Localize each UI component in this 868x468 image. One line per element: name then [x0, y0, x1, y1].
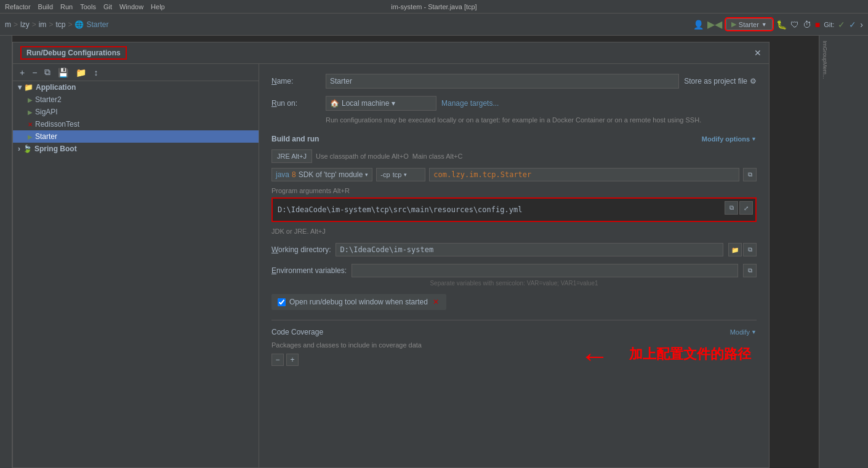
menu-run[interactable]: Run	[60, 3, 73, 10]
working-dir-folder-button[interactable]: 📁	[728, 243, 742, 256]
name-input[interactable]	[326, 74, 679, 89]
tree-folder-button[interactable]: 📁	[74, 67, 88, 78]
item-label: RedissonTest	[35, 120, 79, 129]
tree-item-sigapi[interactable]: ▶ SigAPI	[13, 106, 259, 118]
menu-help[interactable]: Help	[151, 3, 165, 10]
breadcrumb-sep4: >	[68, 20, 72, 29]
menu-tools[interactable]: Tools	[80, 3, 96, 10]
env-vars-input[interactable]	[352, 264, 738, 277]
run-back-icon[interactable]: ▶◀	[707, 18, 722, 30]
modify-coverage-link[interactable]: Modify ▼	[730, 328, 757, 336]
coverage-add-button[interactable]: +	[286, 354, 299, 366]
working-dir-copy-button[interactable]: ⧉	[743, 243, 757, 256]
run-on-dropdown[interactable]: 🏠 Local machine ▾	[326, 96, 436, 111]
tree-item-starter2[interactable]: ▶ Starter2	[13, 93, 259, 106]
prog-args-label: Program arguments Alt+R	[271, 187, 350, 194]
tree-group-springboot[interactable]: › 🍃 Spring Boot	[13, 143, 259, 155]
stop-icon[interactable]: ■	[815, 20, 820, 30]
git-more-icon[interactable]: ›	[860, 20, 863, 30]
menu-window[interactable]: Window	[119, 3, 143, 10]
expand-icon: ▾	[18, 83, 22, 92]
local-machine-label: Local machine	[342, 99, 389, 108]
git-push-icon[interactable]: ✓	[849, 20, 856, 30]
env-vars-label: Environment variables:	[271, 266, 347, 275]
dialog-body: + − ⧉ 💾 📁 ↕ ▾ 📁 Application ▶	[13, 64, 769, 467]
open-tool-window-row[interactable]: Open run/debug tool window when started …	[271, 294, 446, 310]
breadcrumb-starter: Starter	[86, 20, 108, 29]
run-on-row: Run on: 🏠 Local machine ▾ Manage targets…	[271, 96, 757, 111]
use-classpath-label: Use classpath of module Alt+O	[316, 153, 409, 160]
settings-icon[interactable]: ⚙	[750, 77, 757, 85]
tree-item-redissontest[interactable]: ✕ RedissonTest	[13, 118, 259, 130]
menu-refactor[interactable]: Refactor	[5, 3, 31, 10]
breadcrumb: m > lzy > im > tcp > 🌐 Starter	[5, 20, 108, 29]
env-vars-copy-button[interactable]: ⧉	[743, 264, 757, 277]
git-check-icon[interactable]: ✓	[838, 20, 845, 30]
profile-icon[interactable]: ⏱	[803, 20, 811, 30]
manage-targets-link[interactable]: Manage targets...	[441, 99, 499, 108]
build-run-label: Build and run	[271, 135, 319, 143]
main-class-copy-button[interactable]: ⧉	[743, 168, 757, 181]
working-dir-actions: 📁 ⧉	[728, 243, 757, 256]
prog-args-input[interactable]	[273, 199, 755, 221]
sdk-rest-label: SDK of 'tcp' module	[299, 170, 363, 179]
jre-classpath-row: JRE Alt+J Use classpath of module Alt+O …	[271, 149, 757, 163]
modify-options-label: Modify options	[702, 135, 750, 143]
folder-icon: 📁	[24, 83, 33, 92]
user-icon[interactable]: 👤	[693, 20, 704, 30]
open-tool-window-checkbox[interactable]	[278, 298, 286, 306]
run-config-button[interactable]: ▶ Starter ▼	[726, 18, 773, 30]
coverage-icon[interactable]: 🛡	[790, 20, 799, 30]
toolbar: m > lzy > im > tcp > 🌐 Starter 👤 ▶◀ ▶ St…	[0, 14, 868, 36]
sdk-dropdown[interactable]: java 8 SDK of 'tcp' module ▾	[271, 168, 372, 181]
prog-args-expand-button[interactable]: ⤢	[739, 201, 753, 215]
right-panel-content: ImGroupMem...	[819, 36, 830, 84]
env-description: Separate variables with semicolon: VAR=v…	[271, 280, 757, 287]
tree-sort-button[interactable]: ↕	[92, 67, 100, 78]
config-detail: Name: Store as project file ⚙ Run on: 🏠 …	[259, 64, 769, 467]
tree-add-button[interactable]: +	[18, 67, 26, 78]
java-label: java	[276, 170, 289, 179]
dialog-close-button[interactable]: ✕	[754, 48, 762, 58]
dialog-title: Run/Debug Configurations	[20, 46, 127, 60]
main-class-input[interactable]	[429, 168, 739, 181]
item-label: Starter2	[35, 95, 62, 104]
sdk-version: 8	[292, 170, 296, 179]
right-panel: ImGroupMem...	[819, 36, 868, 468]
main-class-right-label: Main class Alt+C	[412, 153, 463, 160]
code-coverage-section: Code Coverage Modify ▼ Packages and clas…	[271, 328, 757, 366]
app-icon-starter: ▶	[28, 133, 33, 140]
store-label: Store as project file	[684, 77, 747, 85]
cp-flag-label: -cp	[380, 171, 390, 178]
open-tool-window-remove-button[interactable]: ✕	[432, 298, 440, 306]
tree-copy-button[interactable]: ⧉	[42, 66, 52, 78]
modify-options-link[interactable]: Modify options ▼	[702, 135, 757, 143]
coverage-remove-button[interactable]: −	[271, 354, 284, 366]
code-coverage-label: Code Coverage	[271, 328, 323, 336]
menu-git[interactable]: Git	[103, 3, 112, 10]
prog-args-copy-button[interactable]: ⧉	[725, 201, 738, 215]
menu-build[interactable]: Build	[38, 3, 53, 10]
debug-icon[interactable]: 🐛	[776, 20, 787, 30]
modify-dropdown-icon: ▼	[751, 136, 757, 142]
coverage-title-row: Code Coverage Modify ▼	[271, 328, 757, 336]
breadcrumb-lzy: lzy	[20, 20, 30, 29]
window-title: im-system - Starter.java [tcp]	[391, 3, 476, 10]
jdk-label-row: JDK or JRE. Alt+J	[271, 227, 757, 236]
breadcrumb-sep1: >	[14, 20, 18, 29]
tree-item-starter[interactable]: ▶ Starter	[13, 130, 259, 143]
item-label: SigAPI	[35, 108, 58, 116]
dropdown-chevron: ▾	[392, 99, 395, 108]
open-tool-window-label: Open run/debug tool window when started	[289, 298, 428, 306]
dropdown-icon: ▼	[762, 22, 767, 28]
tree-save-button[interactable]: 💾	[56, 67, 70, 78]
working-dir-input[interactable]	[336, 243, 723, 256]
breadcrumb-m: m	[5, 20, 11, 29]
breadcrumb-sep3: >	[49, 20, 53, 29]
home-icon: 🏠	[330, 99, 339, 108]
classpath-dropdown[interactable]: -cp tcp ▾	[376, 168, 425, 181]
tree-remove-button[interactable]: −	[30, 67, 39, 78]
sdk-row: java 8 SDK of 'tcp' module ▾ -cp tcp ▾	[271, 168, 757, 181]
tree-group-application[interactable]: ▾ 📁 Application	[13, 81, 259, 93]
jre-button[interactable]: JRE Alt+J	[271, 149, 312, 163]
